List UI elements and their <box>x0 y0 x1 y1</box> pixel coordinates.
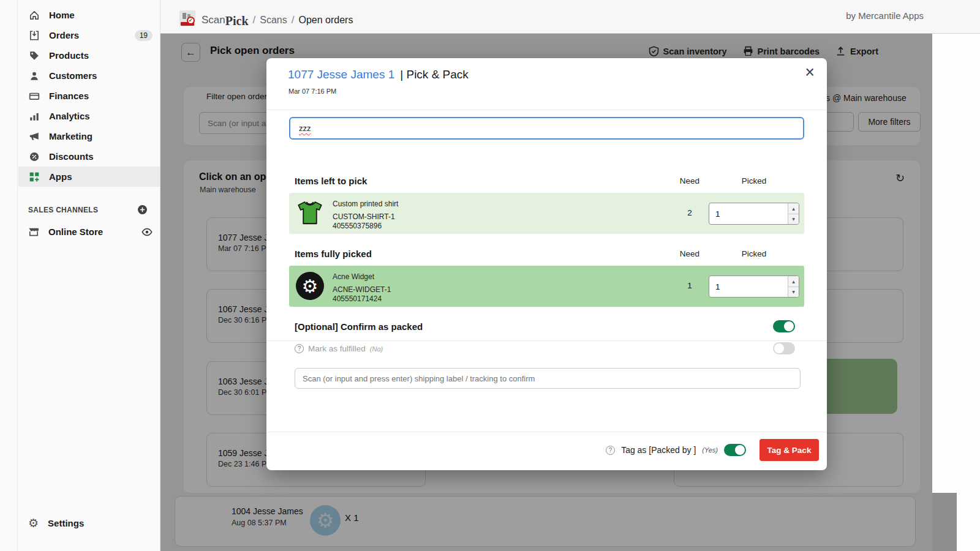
item-barcode: 405550375896 <box>333 222 382 230</box>
sidebar-item-label: Finances <box>49 91 89 101</box>
products-tag-icon <box>28 50 40 61</box>
tag-as-label: Tag as [Packed by ] <box>621 445 696 455</box>
modal-title: | Pick & Pack <box>400 68 469 81</box>
need-header: Need <box>668 249 711 258</box>
sales-channels-header: SALES CHANNELS <box>28 206 98 214</box>
tracking-input[interactable] <box>295 368 801 389</box>
topbar: ✓ Scan Pick / Scans / Open orders by Mer… <box>160 0 980 34</box>
pick-item-row-widget: ⚙ Acne Widget ACNE-WIDGET-1 405550171424… <box>289 266 804 307</box>
discounts-icon <box>28 151 40 162</box>
settings-gear-icon: ⚙ <box>28 517 39 529</box>
online-store-label: Online Store <box>48 227 103 237</box>
breadcrumb-current: Open orders <box>298 15 353 26</box>
app-name-pick[interactable]: Pick <box>225 14 249 28</box>
right-gutter <box>932 34 980 551</box>
order-timestamp: Mar 07 7:16 PM <box>288 88 336 95</box>
app-screen: Home Orders 19 Products Customers <box>0 0 980 551</box>
apps-icon <box>28 171 40 182</box>
breadcrumb-scans[interactable]: Scans <box>260 15 287 26</box>
tag-as-toggle[interactable] <box>724 444 746 456</box>
stepper-down-icon[interactable]: ▼ <box>788 214 799 225</box>
breadcrumb-separator: / <box>253 14 256 26</box>
order-link[interactable]: 1077 Jesse James 1 <box>288 68 394 81</box>
item-barcode: 405550171424 <box>333 294 382 303</box>
mark-fulfilled-row: ? Mark as fulfilled (No) <box>295 344 383 353</box>
sidebar-item-label: Customers <box>49 70 97 81</box>
item-name: Acne Widget <box>333 272 374 281</box>
fully-picked-heading: Items fully picked <box>295 249 372 259</box>
home-icon <box>28 9 40 21</box>
tshirt-product-icon <box>296 199 324 227</box>
customers-icon <box>28 70 40 81</box>
sidebar-item-finances[interactable]: Finances <box>18 86 160 106</box>
sidebar-item-home[interactable]: Home <box>18 5 160 25</box>
close-icon[interactable]: × <box>805 64 815 81</box>
sidebar-item-settings[interactable]: ⚙ Settings <box>18 513 160 533</box>
picked-quantity-stepper[interactable]: 1 ▲ ▼ <box>709 203 799 225</box>
picked-header: Picked <box>733 176 775 186</box>
sidebar-item-label: Marketing <box>49 131 92 141</box>
need-value: 2 <box>671 208 708 217</box>
stepper-up-icon[interactable]: ▲ <box>788 203 799 214</box>
question-icon[interactable]: ? <box>295 344 304 353</box>
sidebar-item-marketing[interactable]: Marketing <box>18 126 160 146</box>
item-sku: ACNE-WIDGET-1 <box>333 285 391 294</box>
pick-item-row-shirt: Custom printed shirt CUSTOM-SHIRT-1 4055… <box>289 193 804 234</box>
sidebar-item-online-store[interactable]: Online Store <box>18 222 160 242</box>
mark-fulfilled-state: (No) <box>370 345 383 353</box>
sidebar-item-analytics[interactable]: Analytics <box>18 106 160 126</box>
gear-product-icon: ⚙ <box>296 272 324 300</box>
marketing-megaphone-icon <box>28 130 40 142</box>
sidebar-item-customers[interactable]: Customers <box>18 66 160 86</box>
left-to-pick-heading: Items left to pick <box>295 176 367 186</box>
orders-count-badge: 19 <box>135 30 153 41</box>
mark-fulfilled-toggle[interactable] <box>773 342 795 354</box>
tag-as-state: (Yes) <box>702 446 718 454</box>
sidebar-item-apps[interactable]: Apps <box>18 167 160 187</box>
need-header: Need <box>668 176 711 186</box>
byline: by Mercantile Apps <box>846 10 924 21</box>
add-sales-channel-button[interactable] <box>137 204 148 215</box>
sidebar-item-discounts[interactable]: Discounts <box>18 146 160 167</box>
stepper-down-icon[interactable]: ▼ <box>788 287 799 298</box>
pick-pack-modal: 1077 Jesse James 1 | Pick & Pack × Mar 0… <box>266 58 827 470</box>
orders-icon <box>28 29 40 41</box>
app-name-scan[interactable]: Scan <box>202 14 225 26</box>
scrollbar-block[interactable] <box>932 493 957 551</box>
sidebar-item-label: Products <box>49 50 89 61</box>
need-value: 1 <box>671 281 708 290</box>
finances-icon <box>28 90 40 102</box>
eye-icon[interactable] <box>141 227 153 238</box>
breadcrumb: ✓ Scan Pick / Scans / Open orders <box>179 7 353 26</box>
item-sku: CUSTOM-SHIRT-1 <box>333 212 395 221</box>
modal-footer: ? Tag as [Packed by ] (Yes) Tag & Pack <box>295 438 819 462</box>
scanpick-logo-icon: ✓ <box>179 10 195 26</box>
confirm-packed-toggle[interactable] <box>773 320 795 332</box>
sidebar-item-label: Apps <box>49 171 72 182</box>
picked-value: 1 <box>709 203 788 224</box>
breadcrumb-separator: / <box>292 14 295 26</box>
sidebar-item-products[interactable]: Products <box>18 45 160 66</box>
tag-and-pack-button[interactable]: Tag & Pack <box>760 439 819 461</box>
mark-fulfilled-label: Mark as fulfilled <box>308 344 366 353</box>
sidebar-item-label: Discounts <box>49 151 94 162</box>
question-icon[interactable]: ? <box>606 446 615 455</box>
analytics-icon <box>28 110 40 122</box>
confirm-packed-label: [Optional] Confirm as packed <box>295 321 423 332</box>
sidebar-item-label: Analytics <box>49 111 90 121</box>
stepper-up-icon[interactable]: ▲ <box>788 276 799 287</box>
scan-item-value: zzz <box>299 124 311 133</box>
sidebar-item-label: Home <box>49 10 75 20</box>
item-name: Custom printed shirt <box>333 200 398 208</box>
sidebar-item-orders[interactable]: Orders 19 <box>18 25 160 45</box>
storefront-icon <box>28 227 39 238</box>
sidebar: Home Orders 19 Products Customers <box>0 0 160 551</box>
picked-header: Picked <box>733 249 775 258</box>
picked-quantity-stepper[interactable]: 1 ▲ ▼ <box>709 276 799 298</box>
sidebar-item-label: Orders <box>49 30 79 40</box>
settings-label: Settings <box>48 518 84 528</box>
scan-item-input[interactable]: zzz <box>289 117 804 140</box>
picked-value: 1 <box>709 276 788 297</box>
